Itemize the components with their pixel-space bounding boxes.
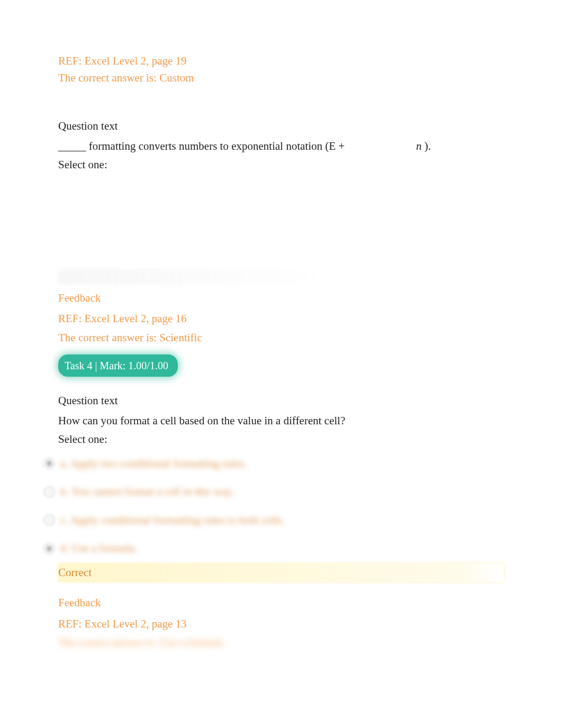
feedback-label: Feedback — [58, 290, 504, 307]
options-list: a. Apply two conditional formatting rule… — [43, 456, 504, 557]
option-b[interactable]: b. You cannot format a cell in this way. — [43, 484, 504, 501]
ref-line: REF: Excel Level 2, page 13 — [58, 616, 504, 633]
prompt-n: n — [348, 138, 422, 155]
blurred-options-area — [58, 179, 504, 263]
correct-answer: The correct answer is: Use a formula. — [58, 634, 504, 651]
option-label: b. You cannot format a cell in this way. — [60, 484, 234, 501]
question-text-heading: Question text — [58, 393, 504, 410]
radio-icon — [43, 514, 55, 526]
prompt-before: _____ formatting converts numbers to exp… — [58, 140, 348, 152]
question-text-heading: Question text — [58, 118, 504, 135]
select-one-label: Select one: — [58, 431, 504, 448]
prev-ref: REF: Excel Level 2, page 19 — [58, 53, 504, 70]
feedback-label: Feedback — [58, 595, 504, 612]
prompt-after: ). — [424, 140, 431, 152]
task-mark-pill: Task 4 | Mark: 1.00/1.00 — [58, 354, 178, 377]
option-label: c. Apply conditional formatting rules to… — [60, 512, 285, 529]
question-prompt: _____ formatting converts numbers to exp… — [58, 138, 504, 155]
select-one-label: Select one: — [58, 157, 504, 174]
radio-icon — [43, 458, 55, 469]
option-d[interactable]: d. Use a formula. — [43, 540, 504, 557]
correct-banner: Correct — [58, 563, 504, 583]
question-prompt: How can you format a cell based on the v… — [58, 413, 504, 430]
option-c[interactable]: c. Apply conditional formatting rules to… — [43, 512, 504, 529]
correct-answer: The correct answer is: Scientific — [58, 330, 504, 347]
blurred-divider — [58, 269, 504, 285]
ref-line: REF: Excel Level 2, page 16 — [58, 311, 504, 327]
radio-icon — [43, 486, 55, 498]
prev-answer: The correct answer is: Custom — [58, 70, 504, 87]
radio-icon — [43, 543, 55, 554]
option-a[interactable]: a. Apply two conditional formatting rule… — [43, 456, 504, 472]
question-block-4: Question text How can you format a cell … — [58, 393, 504, 651]
option-label: a. Apply two conditional formatting rule… — [60, 456, 247, 472]
question-block-3: Question text _____ formatting converts … — [58, 118, 504, 377]
option-label: d. Use a formula. — [60, 540, 137, 557]
